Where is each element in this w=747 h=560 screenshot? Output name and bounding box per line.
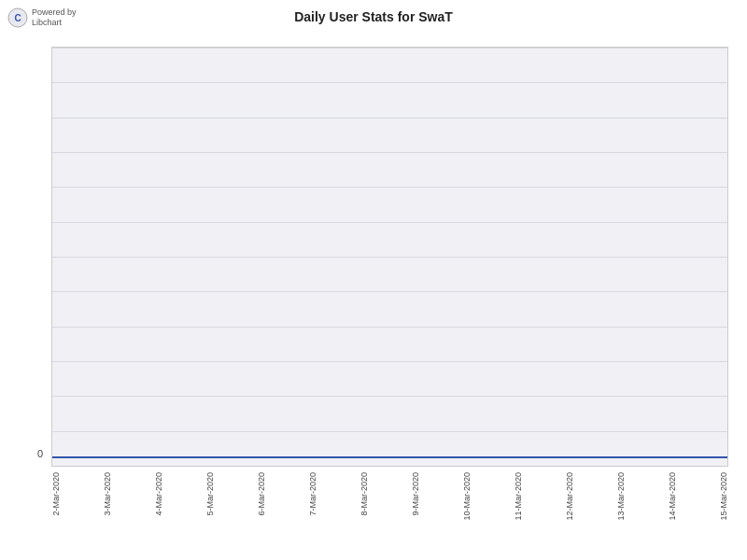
grid-line [52,291,727,292]
chart-container: C Powered by Libchart Daily User Stats f… [0,0,747,560]
grid-line [52,431,727,432]
x-axis-label: 3-Mar-2020 [103,472,112,516]
x-axis-label: 7-Mar-2020 [308,472,317,516]
x-axis-label: 8-Mar-2020 [359,472,369,516]
x-axis-label: 15-Mar-2020 [719,472,728,521]
grid-line [52,48,727,49]
grid-line [52,396,727,397]
x-axis-label: 4-Mar-2020 [154,472,163,516]
x-axis-label: 14-Mar-2020 [668,472,677,521]
x-axis-label: 6-Mar-2020 [257,472,266,516]
grid-line [52,327,727,328]
chart-plot-area [51,47,728,467]
grid-line [52,118,727,119]
grid-lines [52,48,727,466]
x-axis-label: 11-Mar-2020 [514,472,523,521]
grid-line [52,82,727,83]
x-axis-label: 12-Mar-2020 [565,472,574,521]
grid-line [52,257,727,258]
x-axis-label: 13-Mar-2020 [616,472,626,521]
x-axis-label: 10-Mar-2020 [462,472,472,521]
grid-line [52,187,727,188]
grid-line [52,361,727,362]
x-axis-label: 9-Mar-2020 [411,472,420,516]
chart-title: Daily User Stats for SwaT [0,9,747,24]
y-axis-zero-label: 0 [37,448,43,459]
grid-line [52,152,727,153]
x-axis-label: 2-Mar-2020 [51,472,61,516]
grid-line [52,222,727,223]
data-line [52,456,727,458]
x-axis-label: 5-Mar-2020 [205,472,215,516]
x-axis-labels: 2-Mar-20203-Mar-20204-Mar-20205-Mar-2020… [51,467,728,555]
